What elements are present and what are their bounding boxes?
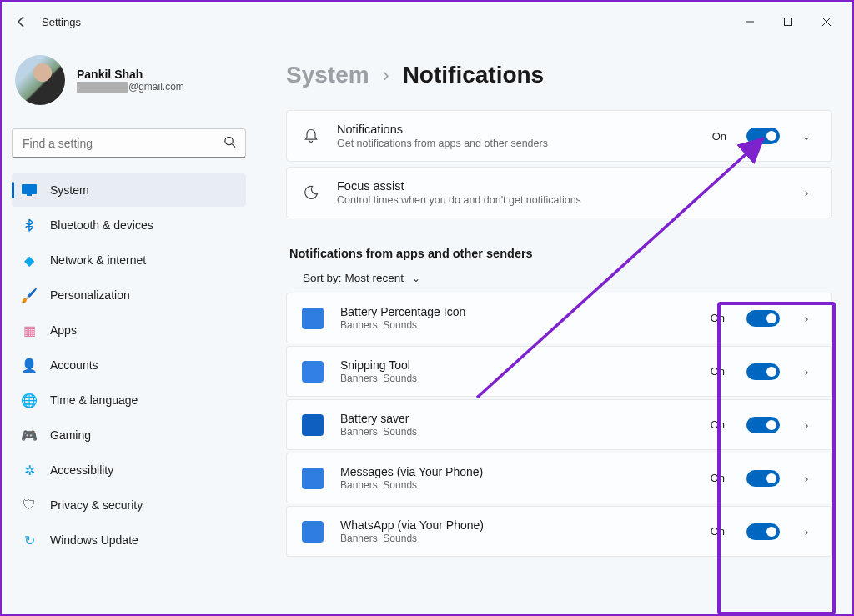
sidebar-item-label: System	[50, 183, 89, 197]
close-button[interactable]	[807, 8, 846, 35]
chevron-right-icon: ›	[796, 186, 816, 199]
chevron-right-icon: ›	[796, 525, 816, 538]
minimize-button[interactable]	[731, 8, 769, 35]
minimize-icon	[745, 17, 755, 27]
toggle-state-label: On	[712, 130, 726, 143]
toggle-state-label: On	[711, 525, 725, 538]
toggle-state-label: On	[711, 312, 725, 324]
arrow-left-icon	[15, 15, 28, 28]
focus-assist-card[interactable]: Focus assist Control times when you do a…	[286, 167, 832, 218]
section-label: Notifications from apps and other sender…	[289, 247, 832, 260]
sidebar: Pankil Shah @gmail.com SystemBluetooth &…	[2, 42, 256, 614]
app-toggle[interactable]	[746, 310, 780, 327]
window-title: Settings	[42, 16, 81, 28]
app-icon	[302, 308, 324, 329]
app-toggle[interactable]	[746, 417, 780, 433]
sidebar-item-accessibility[interactable]: ✲Accessibility	[12, 453, 246, 487]
app-row[interactable]: Snipping ToolBanners, SoundsOn›	[286, 346, 832, 397]
app-row[interactable]: Battery Percentage IconBanners, SoundsOn…	[286, 293, 832, 343]
maximize-button[interactable]	[769, 8, 807, 35]
notifications-toggle[interactable]	[746, 128, 780, 144]
app-name: Battery Percentage Icon	[340, 305, 694, 318]
profile-name: Pankil Shah	[77, 68, 184, 81]
toggle-state-label: On	[711, 418, 725, 431]
sidebar-item-label: Time & language	[50, 393, 138, 407]
app-row[interactable]: WhatsApp (via Your Phone)Banners, Sounds…	[286, 506, 832, 557]
app-toggle[interactable]	[746, 363, 780, 380]
app-name: WhatsApp (via Your Phone)	[340, 518, 694, 532]
app-icon	[302, 521, 324, 543]
card-title: Focus assist	[337, 179, 780, 193]
bell-icon	[302, 128, 320, 144]
sidebar-item-network-internet[interactable]: ◆Network & internet	[12, 243, 246, 277]
sidebar-item-accounts[interactable]: 👤Accounts	[12, 348, 246, 382]
windows-update-icon: ↻	[22, 533, 37, 548]
sidebar-item-label: Windows Update	[50, 533, 138, 547]
app-icon	[302, 468, 324, 489]
search-input[interactable]	[12, 128, 246, 158]
sidebar-item-bluetooth-devices[interactable]: Bluetooth & devices	[12, 208, 246, 242]
chevron-down-icon: ⌄	[412, 273, 420, 284]
sidebar-item-privacy-security[interactable]: 🛡Privacy & security	[12, 488, 246, 522]
app-toggle[interactable]	[746, 470, 780, 487]
chevron-down-icon[interactable]: ⌄	[796, 129, 816, 143]
sidebar-item-label: Personalization	[50, 288, 130, 302]
gaming-icon: 🎮	[22, 428, 37, 443]
app-row[interactable]: Messages (via Your Phone)Banners, Sounds…	[286, 453, 832, 503]
privacy-security-icon: 🛡	[22, 498, 37, 513]
main-content: System › Notifications Notifications Get…	[256, 42, 852, 614]
breadcrumb-current: Notifications	[403, 62, 545, 88]
redacted-email-prefix	[77, 82, 128, 93]
sidebar-item-label: Privacy & security	[50, 498, 143, 512]
moon-icon	[302, 184, 320, 201]
svg-rect-5	[27, 194, 32, 196]
sidebar-item-apps[interactable]: ▦Apps	[12, 313, 246, 347]
avatar	[15, 55, 65, 105]
app-name: Snipping Tool	[340, 358, 694, 372]
app-subtitle: Banners, Sounds	[340, 426, 694, 438]
profile-email: @gmail.com	[77, 81, 184, 93]
app-name: Messages (via Your Phone)	[340, 465, 694, 478]
svg-rect-1	[785, 18, 792, 26]
notifications-card[interactable]: Notifications Get notifications from app…	[286, 110, 832, 162]
apps-icon: ▦	[22, 323, 37, 338]
chevron-right-icon: ›	[383, 63, 389, 87]
sidebar-item-windows-update[interactable]: ↻Windows Update	[12, 523, 246, 557]
personalization-icon: 🖌️	[22, 288, 37, 303]
maximize-icon	[783, 17, 793, 27]
card-subtitle: Get notifications from apps and other se…	[337, 138, 696, 149]
svg-rect-4	[22, 184, 37, 194]
app-subtitle: Banners, Sounds	[340, 533, 694, 544]
card-subtitle: Control times when you do and don't get …	[337, 194, 780, 206]
sort-control[interactable]: Sort by: Most recent ⌄	[303, 272, 832, 284]
app-subtitle: Banners, Sounds	[340, 479, 694, 491]
chevron-right-icon: ›	[796, 472, 816, 485]
sidebar-item-time-language[interactable]: 🌐Time & language	[12, 383, 246, 417]
profile-block[interactable]: Pankil Shah @gmail.com	[12, 48, 246, 118]
sort-label: Sort by:	[303, 272, 342, 284]
sidebar-item-label: Apps	[50, 323, 77, 337]
breadcrumb: System › Notifications	[286, 62, 832, 88]
sidebar-item-label: Accessibility	[50, 463, 113, 477]
chevron-right-icon: ›	[796, 312, 816, 325]
accounts-icon: 👤	[22, 358, 37, 373]
app-icon	[302, 361, 324, 383]
sidebar-item-gaming[interactable]: 🎮Gaming	[12, 418, 246, 452]
app-list: Battery Percentage IconBanners, SoundsOn…	[286, 293, 832, 557]
back-button[interactable]	[8, 8, 35, 35]
bluetooth-devices-icon	[22, 218, 37, 233]
sidebar-item-label: Network & internet	[50, 253, 146, 267]
app-name: Battery saver	[340, 412, 694, 425]
sort-value[interactable]: Most recent	[345, 272, 404, 284]
breadcrumb-parent[interactable]: System	[286, 62, 369, 88]
sidebar-item-label: Accounts	[50, 358, 98, 372]
accessibility-icon: ✲	[22, 463, 37, 478]
chevron-right-icon: ›	[796, 418, 816, 432]
sidebar-item-system[interactable]: System	[12, 173, 246, 207]
app-toggle[interactable]	[746, 523, 780, 540]
system-icon	[22, 183, 37, 198]
app-row[interactable]: Battery saverBanners, SoundsOn›	[286, 399, 832, 450]
sidebar-item-label: Gaming	[50, 428, 91, 442]
search-container	[12, 128, 246, 158]
sidebar-item-personalization[interactable]: 🖌️Personalization	[12, 278, 246, 312]
